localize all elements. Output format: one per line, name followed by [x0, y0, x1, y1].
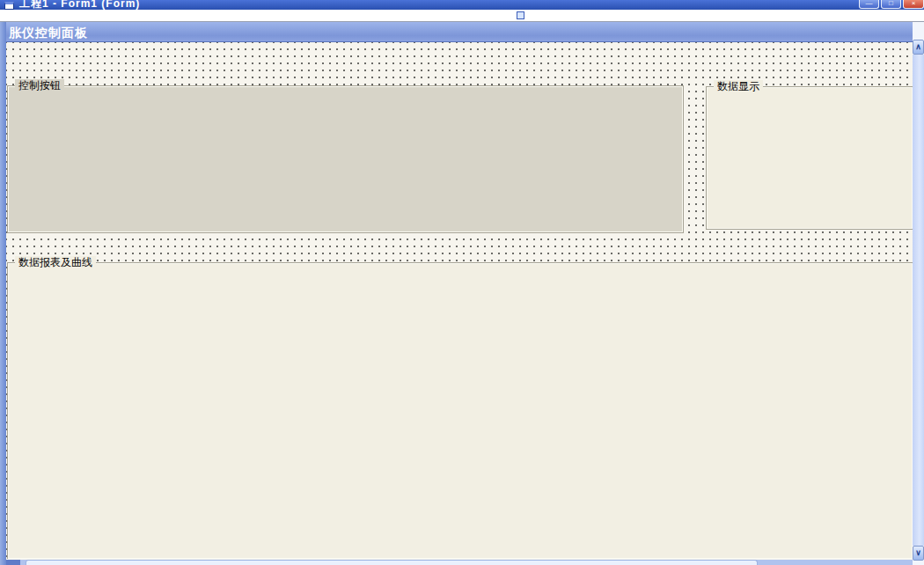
minimize-icon: —	[866, 0, 873, 7]
hscroll-left-cap	[6, 560, 20, 565]
report-frame-title: 数据报表及曲线	[15, 256, 96, 268]
ide-titlebar[interactable]: 工程1 - Form1 (Form) — □ ×	[0, 0, 924, 10]
chevron-down-icon: ∨	[915, 548, 921, 557]
close-button[interactable]: ×	[903, 0, 924, 9]
vertical-scrollbar[interactable]: ∧ ∨	[913, 22, 924, 565]
data-display-frame: 数据显示	[706, 86, 913, 230]
control-frame-title: 控制按钮	[15, 79, 64, 92]
hscroll-thumb[interactable]	[26, 560, 758, 565]
data-display-title: 数据显示	[714, 80, 763, 92]
report-frame: 数据报表及曲线	[7, 262, 913, 559]
designer-top-strip	[0, 10, 924, 22]
control-buttons-frame: 控制按钮	[7, 85, 684, 233]
horizontal-scrollbar[interactable]	[6, 560, 913, 565]
scroll-up-button[interactable]: ∧	[913, 40, 924, 55]
maximize-button[interactable]: □	[881, 0, 901, 9]
window-left-border	[0, 22, 6, 565]
form-resize-handle[interactable]	[517, 11, 524, 19]
form-window-icon	[4, 2, 14, 10]
minimize-button[interactable]: —	[859, 0, 879, 9]
chevron-up-icon: ∧	[915, 42, 921, 51]
maximize-icon: □	[889, 0, 893, 7]
close-icon: ×	[912, 0, 916, 7]
scroll-down-button[interactable]: ∨	[913, 546, 924, 561]
ide-window-title: 工程1 - Form1 (Form)	[19, 0, 140, 10]
form-title: 胀仪控制面板	[9, 26, 88, 41]
screen: { "ide_titlebar": { "title": "工程1 - Form…	[0, 0, 924, 565]
form-titlebar[interactable]: 胀仪控制面板	[6, 22, 913, 42]
vscroll-track[interactable]	[913, 55, 924, 546]
